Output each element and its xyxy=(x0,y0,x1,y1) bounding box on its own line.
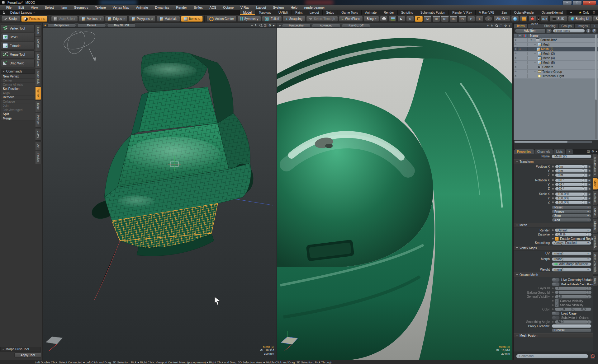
add-morph-influence-button[interactable]: Add Morph Influence xyxy=(552,262,591,266)
visibility-eye-icon[interactable]: ⊙ xyxy=(515,66,517,68)
layout-tab-model[interactable]: Model xyxy=(240,10,255,15)
menu-help[interactable]: Help xyxy=(287,6,301,9)
tool-drag-weld[interactable]: Drag Weld xyxy=(1,59,35,67)
command-merge[interactable]: Merge xyxy=(1,116,35,121)
command-remove[interactable]: Remove xyxy=(1,96,35,100)
wireframe-car-canvas[interactable] xyxy=(43,27,277,360)
item-row-scene[interactable]: ⊙ ▼+Ferrari.lxo* xyxy=(514,38,598,43)
command-split[interactable]: Split xyxy=(1,112,35,117)
menu-edit[interactable]: Edit xyxy=(15,6,27,9)
polygons-mode-button[interactable]: Polygons3 xyxy=(129,16,155,22)
smoothing-dropdown[interactable]: Always Enabled▾ xyxy=(552,241,591,245)
tab-display[interactable]: Display xyxy=(593,219,598,233)
item-row-camera[interactable]: ⊙ Camera xyxy=(514,65,598,70)
channel-button[interactable] xyxy=(552,193,554,195)
render-dropdown[interactable]: Default▾ xyxy=(555,228,591,232)
items-horizontal-scrollbar[interactable] xyxy=(514,141,592,143)
item-row-mesh2-selected[interactable]: ⊙ + Mesh (2) xyxy=(514,47,598,52)
channel-button[interactable] xyxy=(552,174,554,176)
preview-window-button[interactable] xyxy=(415,16,423,22)
channel-button[interactable] xyxy=(552,197,554,200)
pan-icon[interactable]: + xyxy=(487,24,489,27)
presets-button[interactable]: PresetsF6 xyxy=(21,16,47,22)
layout-tab-uvedit[interactable]: UVEdit xyxy=(275,10,292,15)
tool-bevel[interactable]: Bevel xyxy=(1,33,35,41)
auto-select-button[interactable]: Auto Select xyxy=(51,16,78,22)
tab-vertex[interactable]: Vertex xyxy=(36,87,41,100)
minimize-button[interactable]: – xyxy=(562,0,572,5)
envelope-button[interactable]: ◆ xyxy=(587,192,591,196)
zoom-icon[interactable] xyxy=(495,24,498,27)
dissolve-field[interactable]: 0.0 % xyxy=(555,233,591,236)
viewport-shading-button[interactable]: Advanced xyxy=(312,24,340,28)
menu-item[interactable]: Item xyxy=(58,6,70,9)
edges-mode-button[interactable]: Edges2 xyxy=(105,16,128,22)
folder-button[interactable] xyxy=(520,16,528,22)
mini-slider[interactable] xyxy=(582,197,585,200)
menu-texture[interactable]: Texture xyxy=(92,6,109,9)
search-button[interactable]: S xyxy=(586,29,591,33)
play-button[interactable]: ▶ xyxy=(397,16,405,22)
position-z-field[interactable]: 0 m xyxy=(555,173,587,177)
layout-tab-zen[interactable]: Zen xyxy=(498,10,510,15)
mini-slider[interactable] xyxy=(582,183,585,186)
render-mode-p-button[interactable]: P± xyxy=(458,16,466,22)
filter-items-input[interactable] xyxy=(553,29,585,33)
tab-items[interactable]: Items xyxy=(514,24,527,28)
vertex-maps-section-header[interactable]: Vertex Maps xyxy=(514,246,593,250)
bling-dropdown[interactable]: Bling▾ xyxy=(364,16,379,22)
tab-duplicate[interactable]: Duplicate xyxy=(36,52,41,68)
tab-properties[interactable]: Properties xyxy=(514,149,534,154)
viewport-3d-model[interactable]: Perspective Default Ray GL: Off + ↻ ◲ ⚙ … xyxy=(43,23,277,360)
tab-basic[interactable]: Basic xyxy=(36,24,41,36)
visibility-eye-icon[interactable]: ⊙ xyxy=(515,70,517,73)
menu-layout[interactable]: Layout xyxy=(253,6,269,9)
menu-vray[interactable]: V-Ray xyxy=(237,6,253,9)
tab-shading[interactable]: Shading xyxy=(541,24,558,28)
layout-tab-setup[interactable]: Setup xyxy=(322,10,338,15)
render-mode-re-button[interactable]: RE xyxy=(450,16,458,22)
tab-mesh[interactable]: Mesh xyxy=(593,178,598,190)
envelope-button[interactable]: ◆ xyxy=(587,201,591,204)
layout-tab-render[interactable]: Render xyxy=(380,10,397,15)
visibility-eye-icon[interactable]: ⊙ xyxy=(515,48,517,50)
mini-slider[interactable] xyxy=(582,193,585,196)
tab-texture-layers[interactable]: Texture Layers xyxy=(593,154,598,177)
tab-mesh-ops[interactable]: Mesh ... xyxy=(528,24,541,28)
tab-curve[interactable]: Curve xyxy=(593,206,598,218)
menu-vertex-map[interactable]: Vertex Map xyxy=(110,6,132,9)
tab-add[interactable]: + xyxy=(591,24,598,28)
vertices-mode-button[interactable]: Vertices1 xyxy=(79,16,104,22)
baking-ui-button[interactable]: Baking UI xyxy=(568,16,592,22)
s-button[interactable]: S xyxy=(406,16,414,22)
menu-render[interactable]: Render xyxy=(173,6,190,9)
envelope-button[interactable]: ◆ xyxy=(587,165,591,169)
zoom-icon[interactable] xyxy=(259,24,262,26)
symmetry-button[interactable]: Symmetry xyxy=(238,16,261,22)
filter-button[interactable]: F xyxy=(592,29,597,33)
channel-button[interactable] xyxy=(552,187,554,190)
menu-view[interactable]: View xyxy=(28,6,41,9)
menu-animate[interactable]: Animate xyxy=(133,6,151,9)
viewport-menu-icon[interactable]: ▸ xyxy=(509,24,510,27)
apply-tool-button[interactable]: Apply Tool xyxy=(14,352,41,357)
layout-tab-animate[interactable]: Animate xyxy=(361,10,380,15)
envelope-button[interactable]: ◆ xyxy=(587,173,591,177)
command-set-position[interactable]: Set Position xyxy=(1,87,35,91)
layout-tab-octaneexternal[interactable]: OctaneExternal xyxy=(538,10,567,15)
substance-button[interactable]: S xyxy=(537,17,539,21)
tab-images[interactable]: Images xyxy=(575,24,591,28)
envelope-button[interactable]: ◆ xyxy=(587,183,591,186)
layout-tab-schematic-fusion[interactable]: Schematic Fusion xyxy=(417,10,448,15)
only-toggle[interactable]: ★ Only xyxy=(576,11,593,14)
tab-add[interactable]: + xyxy=(566,149,573,154)
octane-mesh-section-header[interactable]: Octane Mesh xyxy=(514,273,593,277)
add-button[interactable]: Add▾ xyxy=(552,218,591,222)
channel-button[interactable] xyxy=(552,165,554,168)
tab-assembly[interactable]: Assembly xyxy=(593,234,598,251)
envelope-button[interactable]: ◆ xyxy=(587,187,591,191)
transform-section-header[interactable]: Transform xyxy=(514,159,593,164)
preview-render-button[interactable] xyxy=(380,16,388,22)
materials-mode-button[interactable]: Materials xyxy=(157,16,180,22)
select-through-button[interactable]: Select Through xyxy=(306,16,338,22)
